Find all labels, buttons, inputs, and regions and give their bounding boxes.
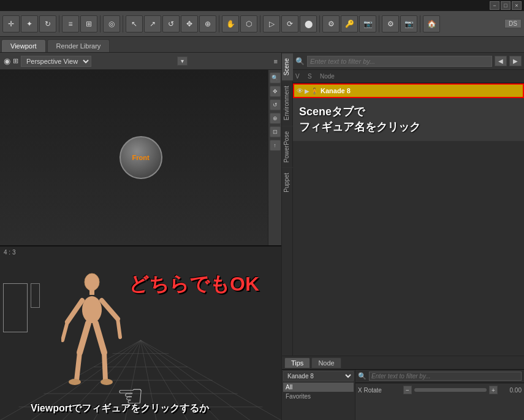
minimize-button[interactable]: − — [490, 1, 499, 10]
toolbar-btn-13[interactable]: ⚙ — [322, 15, 340, 32]
grid-icon: ⊞ — [13, 57, 18, 65]
posing-list-favorites[interactable]: Favorites — [283, 392, 354, 401]
viewport-menu-button[interactable]: ▾ — [177, 56, 188, 66]
toolbar-btn-9[interactable]: ⬡ — [240, 15, 257, 32]
left-area: ◉ ⊞ Perspective View ▾ ≡ 🔍 ✥ ↺ ⊕ ⊡ ↑ — [0, 53, 282, 420]
svg-point-27 — [69, 379, 81, 385]
toolbar-sep-3 — [123, 15, 123, 32]
svg-line-20 — [63, 322, 67, 340]
viewport-topbar: ◉ ⊞ Perspective View ▾ ≡ — [0, 53, 281, 70]
svg-point-28 — [101, 379, 113, 385]
toolbar-btn-12[interactable]: ⬤ — [300, 15, 317, 32]
toolbar-sep-7 — [379, 15, 379, 32]
close-button[interactable]: × — [512, 1, 522, 10]
tab-bar: Viewport Render Library — [0, 37, 524, 53]
bottom-tab-node[interactable]: Node — [311, 357, 341, 368]
posing-filter-input[interactable] — [369, 372, 522, 381]
toolbar-btn-6[interactable]: ◎ — [103, 15, 120, 32]
property-plus-button[interactable]: + — [489, 386, 498, 394]
toolbar-btn-4[interactable]: ≡ — [62, 15, 79, 32]
scene-3d-view — [0, 70, 281, 245]
toolbar-btn-3[interactable]: ↻ — [39, 15, 56, 32]
bottom-content: Kanade 8 All Favorites 🔍 X Rotate − — [282, 370, 524, 420]
toolbar-move[interactable]: ✥ — [181, 15, 198, 32]
svg-line-24 — [77, 353, 80, 380]
perspective-select[interactable]: Perspective View — [21, 56, 91, 67]
toolbar-btn-15[interactable]: 📷 — [359, 15, 376, 32]
posing-properties: X Rotate − + 0.00 — [355, 383, 524, 420]
toolbar-btn-10[interactable]: ▷ — [263, 15, 280, 32]
toolbar-btn-7[interactable]: ↗ — [144, 15, 161, 32]
filter-bar: 🔍 ◀ ▶ — [293, 53, 524, 70]
camera-icon: ◉ — [4, 56, 10, 66]
tab-viewport[interactable]: Viewport — [1, 39, 46, 52]
navigation-sphere[interactable] — [120, 136, 162, 179]
toolbar-sep-1 — [59, 15, 59, 32]
svg-line-22 — [118, 319, 120, 337]
side-tab-environment[interactable]: Environment — [282, 80, 293, 125]
bottom-tab-tips[interactable]: Tips — [284, 357, 310, 368]
vp-tool-rotate[interactable]: ↺ — [270, 99, 281, 110]
scene-table-header: V S Node — [293, 70, 524, 83]
toolbar-home[interactable]: 🏠 — [423, 15, 440, 32]
viewport-lower[interactable]: 4 : 3 — [0, 245, 281, 420]
svg-point-18 — [82, 296, 102, 323]
toolbar-sep-6 — [319, 15, 320, 32]
toolbar-cursor[interactable]: ↖ — [126, 15, 143, 32]
viewport-topbar-right-icon: ≡ — [274, 58, 278, 65]
scene-row-kanade[interactable]: 👁 ▶ 🧍 Kanade 8 — [293, 83, 524, 98]
posing-search-icon: 🔍 — [358, 372, 366, 380]
toolbar-sep-8 — [420, 15, 420, 32]
side-tab-puppet[interactable]: Puppet — [282, 167, 293, 197]
filter-next-button[interactable]: ▶ — [509, 56, 522, 66]
bottom-tabs: Tips Node — [282, 356, 524, 370]
eye-icon: 👁 — [297, 87, 303, 94]
property-slider-xrotate[interactable] — [414, 388, 487, 392]
ds-label: DS — [504, 19, 522, 28]
vp-tool-zoom2[interactable]: ⊕ — [270, 113, 281, 124]
main-layout: ◉ ⊞ Perspective View ▾ ≡ 🔍 ✥ ↺ ⊕ ⊡ ↑ — [0, 53, 524, 420]
toolbar-btn-14[interactable]: 🔑 — [341, 15, 358, 32]
side-tab-scene[interactable]: Scene — [282, 53, 293, 80]
toolbar-btn-11[interactable]: ⟳ — [281, 15, 298, 32]
maximize-button[interactable]: □ — [501, 1, 511, 10]
toolbar-btn-2[interactable]: ✦ — [21, 15, 38, 32]
viewport-upper[interactable]: 🔍 ✥ ↺ ⊕ ⊡ ↑ — [0, 70, 281, 245]
posing-filter-bar: 🔍 — [355, 370, 524, 383]
viewport-right-tools: 🔍 ✥ ↺ ⊕ ⊡ ↑ — [268, 70, 281, 245]
toolbar-btn-1[interactable]: ✛ — [2, 15, 20, 32]
jp-main-text: どちらでもOK — [129, 271, 259, 298]
scene-comment-line1: Sceneタブで — [299, 104, 518, 120]
svg-point-16 — [85, 273, 99, 291]
toolbar-btn-5[interactable]: ⊞ — [80, 15, 97, 32]
filter-input[interactable] — [307, 56, 492, 67]
jp-bottom-text: Viewportでフィギュアをクリックするか — [31, 402, 209, 415]
toolbar-btn-8[interactable]: ⊕ — [199, 15, 216, 32]
figure-icon: 🧍 — [311, 88, 318, 94]
filter-prev-button[interactable]: ◀ — [495, 56, 507, 66]
vp-tool-frame[interactable]: ⊡ — [270, 126, 281, 137]
vp-tool-up[interactable]: ↑ — [270, 140, 281, 151]
svg-line-21 — [102, 300, 118, 319]
play-icon: ▶ — [305, 88, 309, 94]
posing-list-all[interactable]: All — [283, 383, 354, 392]
figure-name-label: Kanade 8 — [321, 87, 351, 94]
vp-tool-zoom[interactable]: 🔍 — [270, 72, 281, 83]
row-icons: 👁 ▶ 🧍 — [297, 87, 318, 94]
col-header-s: S — [308, 73, 320, 80]
search-icon: 🔍 — [295, 57, 305, 66]
figure-selector[interactable]: Kanade 8 — [283, 371, 354, 381]
toolbar-btn-16[interactable]: ⚙ — [382, 15, 399, 32]
top-toolbar: ✛ ✦ ↻ ≡ ⊞ ◎ ↖ ↗ ↺ ✥ ⊕ ✋ ⬡ ▷ ⟳ ⬤ ⚙ 🔑 📷 ⚙ … — [0, 11, 524, 37]
toolbar-btn-17[interactable]: 📷 — [400, 15, 417, 32]
property-minus-button[interactable]: − — [403, 386, 412, 394]
property-row-xrotate: X Rotate − + 0.00 — [358, 384, 522, 395]
property-label-xrotate: X Rotate — [358, 387, 401, 394]
bottom-panel: Tips Node Kanade 8 All Favorites 🔍 — [282, 356, 524, 420]
toolbar-rotate[interactable]: ↺ — [162, 15, 180, 32]
side-tab-powerpose[interactable]: PowerPose — [282, 126, 293, 167]
tab-render-library[interactable]: Render Library — [47, 39, 110, 52]
svg-line-23 — [80, 323, 88, 353]
toolbar-hand[interactable]: ✋ — [222, 15, 239, 32]
vp-tool-pan[interactable]: ✥ — [270, 86, 281, 97]
